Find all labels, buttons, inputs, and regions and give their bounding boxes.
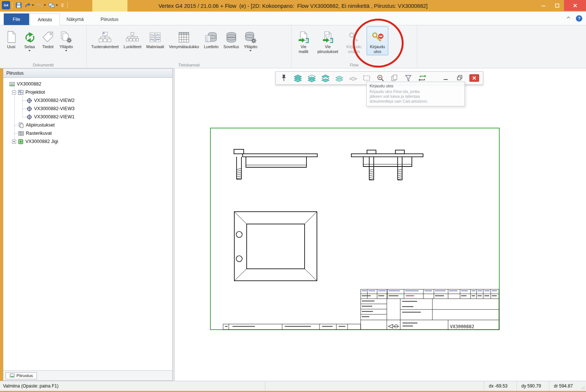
- minimize-button[interactable]: [536, 0, 550, 11]
- export-models-icon: [297, 28, 309, 43]
- app-icon[interactable]: G4: [2, 1, 10, 9]
- copy-icon[interactable]: [390, 74, 398, 82]
- sovellus-button[interactable]: Sovellus: [222, 27, 241, 50]
- svg-text:3: 3: [206, 40, 207, 42]
- dropdown-arrow-icon: [249, 50, 252, 52]
- group-label: Tietokannat: [87, 63, 291, 67]
- annotation-yellow-highlight: [92, 0, 127, 12]
- product-structure-icon: [99, 28, 111, 43]
- close-button[interactable]: [564, 0, 586, 11]
- yllapito-dokumentit-button[interactable]: Ylläpito: [58, 27, 74, 53]
- vie-piirustukset-button[interactable]: Vie piirustukset: [314, 27, 341, 55]
- window-title: Vertex G4 2015 / 21.0.06 + Flow (e) - [2…: [0, 0, 586, 12]
- selaa-button[interactable]: Selaa: [21, 27, 38, 53]
- kirjaudu-ulos-button[interactable]: Kirjaudu ulos: [367, 27, 388, 55]
- luokitteet-button[interactable]: Luokitteet: [122, 27, 143, 50]
- marquee-icon[interactable]: [363, 74, 371, 82]
- subdrawing-icon: [18, 122, 24, 128]
- tab-piirustus[interactable]: Piirustus: [90, 13, 129, 25]
- layers-pair-icon[interactable]: [335, 74, 343, 82]
- tuoterakenteet-button[interactable]: Tuoterakenteet: [90, 27, 120, 50]
- tree-connector: [22, 96, 23, 117]
- chevron-up-icon: [565, 15, 571, 20]
- zoom-in-icon[interactable]: [376, 74, 385, 82]
- status-dr: dr 594.87: [554, 383, 573, 389]
- toolbar-minimize-button[interactable]: [442, 74, 450, 82]
- layers-top-icon[interactable]: [307, 74, 315, 82]
- tab-file[interactable]: File: [4, 13, 29, 25]
- redo-button[interactable]: [36, 2, 46, 9]
- expand-expander[interactable]: [12, 140, 16, 144]
- dropdown-arrow-icon: [44, 4, 46, 6]
- layers-mid-icon[interactable]: [321, 74, 329, 82]
- collapse-ribbon-button[interactable]: [565, 15, 571, 22]
- ribbon-group-flow: Vie mallit Vie piirustukset Kirjaudu sis…: [292, 25, 417, 68]
- tree-connector: [22, 117, 27, 117]
- resize-grip-icon[interactable]: [581, 386, 585, 390]
- window-switch-button[interactable]: [48, 2, 58, 9]
- layers-stack-icon[interactable]: [293, 74, 302, 82]
- panel-tab-piirustus[interactable]: Piirustus: [6, 372, 37, 379]
- view-icon: [27, 114, 32, 120]
- view-icon: [27, 98, 32, 103]
- material-grid-icon: CuZnPbPP: [149, 28, 161, 43]
- tree-connector: [14, 125, 18, 125]
- tooltip-kirjaudu-ulos: Kirjaudu ulos Kirjaudu ulos Flow:sta, jo…: [366, 82, 465, 106]
- reload-icon[interactable]: [418, 74, 426, 82]
- status-message: Valmiina (Opaste: paina F1): [3, 383, 59, 389]
- plane-icon[interactable]: [349, 74, 357, 82]
- statusbar: Valmiina (Opaste: paina F1) dx -69.53 dy…: [0, 381, 586, 391]
- ribbon-tab-row: File Arkisto Näkymä Piirustus ?: [0, 12, 586, 25]
- dropdown-arrow-icon: [28, 50, 31, 52]
- save-icon: [15, 2, 22, 9]
- luettelo-button[interactable]: 123 Luettelo: [203, 27, 220, 50]
- tree-item-view3[interactable]: VX3000882-VIEW3: [3, 105, 172, 113]
- tree-item-jigi[interactable]: VX3000882 Jigi: [3, 137, 172, 146]
- venymataulukko-button[interactable]: Venymätaulukko: [167, 27, 201, 50]
- close-icon: [573, 3, 578, 8]
- tab-arkisto[interactable]: Arkisto: [30, 13, 60, 25]
- maximize-button[interactable]: [550, 0, 564, 11]
- tree-connector: [22, 109, 27, 109]
- filter-icon[interactable]: [404, 74, 412, 82]
- jig-icon: [18, 139, 24, 144]
- separator: [12, 2, 13, 9]
- tree-item-view1[interactable]: VX3000882-VIEW1: [3, 113, 172, 121]
- save-button[interactable]: [15, 1, 22, 9]
- vie-mallit-button[interactable]: Vie mallit: [294, 27, 312, 55]
- separator: [516, 381, 517, 391]
- collapse-expander[interactable]: [12, 90, 16, 94]
- tiedot-button[interactable]: Tiedot: [40, 27, 56, 50]
- kirjaudu-sisaan-button[interactable]: Kirjaudu sisään: [343, 27, 365, 55]
- tab-nakyma[interactable]: Näkymä: [61, 13, 90, 25]
- toolbar-close-button[interactable]: [469, 74, 479, 82]
- status-dy: dy 590.79: [521, 383, 541, 389]
- tree-item-root[interactable]: VX3000882: [3, 80, 172, 88]
- quick-access-toolbar: G4: [2, 1, 68, 9]
- yllapito-tietokannat-button[interactable]: Ylläpito: [242, 27, 259, 53]
- redo-icon: [36, 2, 43, 8]
- pin-icon[interactable]: [280, 74, 288, 82]
- toolbar-restore-button[interactable]: [456, 74, 464, 82]
- minimize-icon: [541, 3, 546, 8]
- tooltip-title: Kirjaudu ulos: [370, 84, 462, 88]
- tree-item-view2[interactable]: VX3000882-VIEW2: [3, 96, 172, 105]
- window-switch-icon: [48, 2, 55, 9]
- undo-button[interactable]: [24, 2, 34, 9]
- minimize-icon: [442, 75, 449, 81]
- tree-item-projektiot[interactable]: Projektiot: [3, 88, 172, 96]
- help-button[interactable]: ?: [576, 15, 582, 22]
- tree-item-alipiirustukset[interactable]: Alipiirustukset: [3, 121, 172, 129]
- svg-text:Zn: Zn: [156, 33, 160, 37]
- uusi-button[interactable]: Uusi: [3, 27, 19, 50]
- tree-item-rasterikuvat[interactable]: Rasterikuvat: [3, 129, 172, 137]
- drawing-tree: VX3000882 Projektiot VX3000882-VIEW2 VX3…: [3, 80, 172, 370]
- svg-text:Cu: Cu: [151, 33, 154, 37]
- qat-overflow-button[interactable]: [60, 2, 65, 8]
- materiaali-button[interactable]: CuZnPbPP Materiaali: [145, 27, 166, 50]
- ribbon-group-dokumentit: Uusi Selaa Tiedot Ylläpito Dokumentit: [0, 25, 87, 68]
- status-dx: dx -69.53: [489, 383, 508, 389]
- window-controls: [536, 0, 586, 11]
- group-label: Flow: [292, 63, 417, 67]
- drawing-canvas[interactable]: VX3000882 Kirjaudu ulos Kirjaudu ulos Fl…: [175, 68, 586, 381]
